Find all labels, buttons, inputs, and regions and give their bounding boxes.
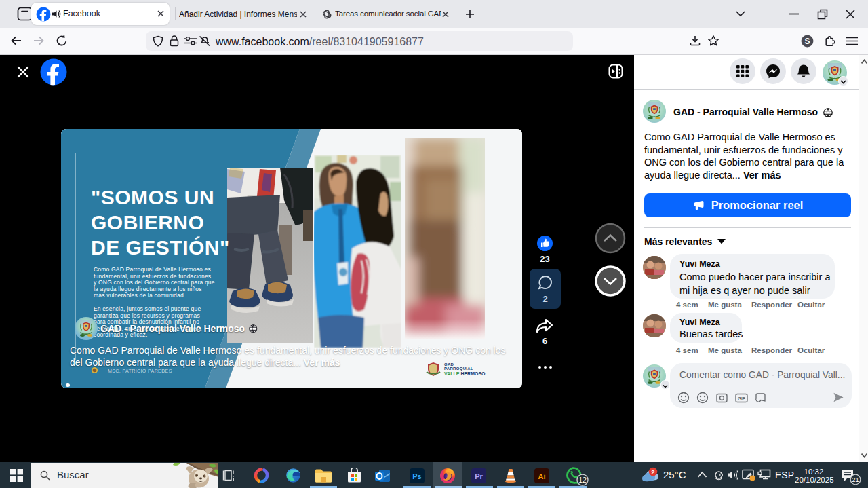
svg-text:12: 12 [578, 476, 587, 484]
svg-text:Pr: Pr [475, 472, 483, 481]
svg-text:GIF: GIF [738, 396, 745, 401]
svg-text:S: S [804, 37, 810, 46]
svg-text:2: 2 [651, 468, 654, 476]
svg-text:Ps: Ps [412, 472, 421, 481]
svg-text:21: 21 [852, 476, 859, 483]
svg-text:Ai: Ai [538, 472, 546, 481]
